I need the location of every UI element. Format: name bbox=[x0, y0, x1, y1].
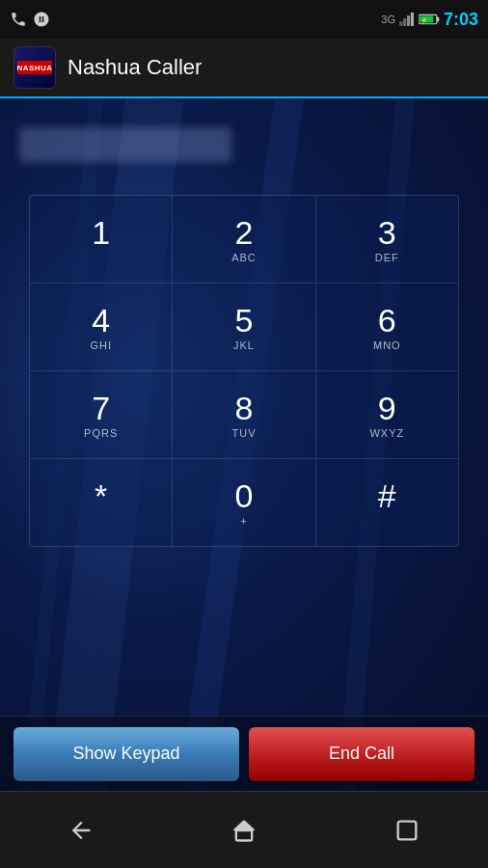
key-2[interactable]: 2 ABC bbox=[173, 196, 315, 283]
svg-rect-13 bbox=[397, 821, 416, 839]
keypad-row-3: 7 PQRS 8 TUV 9 WXYZ bbox=[30, 371, 458, 459]
app-title: Nashua Caller bbox=[68, 55, 202, 80]
key-4[interactable]: 4 GHI bbox=[30, 284, 173, 370]
svg-rect-2 bbox=[407, 15, 410, 26]
key-3[interactable]: 3 DEF bbox=[316, 196, 458, 283]
back-button[interactable] bbox=[60, 809, 102, 852]
status-bar: 3G ⚡ 7:03 bbox=[0, 0, 488, 39]
recents-button[interactable] bbox=[386, 809, 428, 852]
key-6[interactable]: 6 MNO bbox=[316, 284, 458, 370]
keypad-row-2: 4 GHI 5 JKL 6 MNO bbox=[30, 284, 458, 371]
key-7[interactable]: 7 PQRS bbox=[30, 371, 173, 458]
voip-icon bbox=[33, 11, 50, 28]
app-icon: NASHUA bbox=[14, 46, 56, 89]
title-bar: NASHUA Nashua Caller bbox=[0, 39, 488, 98]
bottom-buttons: Show Keypad End Call bbox=[0, 716, 488, 791]
signal-icon bbox=[399, 13, 415, 26]
show-keypad-button[interactable]: Show Keypad bbox=[14, 727, 239, 781]
back-icon bbox=[68, 817, 95, 844]
svg-rect-0 bbox=[399, 21, 402, 26]
key-8[interactable]: 8 TUV bbox=[173, 371, 315, 458]
key-star[interactable]: * bbox=[30, 459, 173, 546]
keypad-row-4: * 0 + # bbox=[30, 459, 458, 546]
keypad-row-1: 1 2 ABC 3 DEF bbox=[30, 196, 458, 284]
svg-rect-3 bbox=[411, 13, 414, 26]
status-right: 3G ⚡ 7:03 bbox=[381, 10, 478, 30]
svg-rect-5 bbox=[437, 17, 439, 22]
main-area: 1 2 ABC 3 DEF 4 GHI 5 JKL 6 bbox=[0, 98, 488, 791]
key-0[interactable]: 0 + bbox=[173, 459, 315, 546]
end-call-button[interactable]: End Call bbox=[249, 727, 474, 781]
key-9[interactable]: 9 WXYZ bbox=[316, 371, 458, 458]
key-hash[interactable]: # bbox=[316, 459, 458, 546]
svg-rect-1 bbox=[403, 18, 406, 26]
app-icon-text: NASHUA bbox=[16, 64, 52, 72]
navigation-bar bbox=[0, 791, 488, 868]
phone-icon bbox=[10, 11, 27, 28]
home-button[interactable] bbox=[223, 809, 265, 852]
svg-rect-12 bbox=[236, 830, 252, 841]
status-time: 7:03 bbox=[444, 10, 478, 30]
network-type: 3G bbox=[381, 14, 395, 25]
caller-number-display bbox=[19, 127, 231, 162]
svg-text:⚡: ⚡ bbox=[420, 16, 428, 24]
status-left bbox=[10, 11, 50, 28]
home-icon bbox=[230, 817, 258, 844]
keypad: 1 2 ABC 3 DEF 4 GHI 5 JKL 6 bbox=[29, 195, 459, 547]
key-1[interactable]: 1 bbox=[30, 196, 173, 283]
key-5[interactable]: 5 JKL bbox=[173, 284, 315, 370]
recents-icon bbox=[393, 817, 420, 844]
battery-icon: ⚡ bbox=[419, 13, 440, 26]
